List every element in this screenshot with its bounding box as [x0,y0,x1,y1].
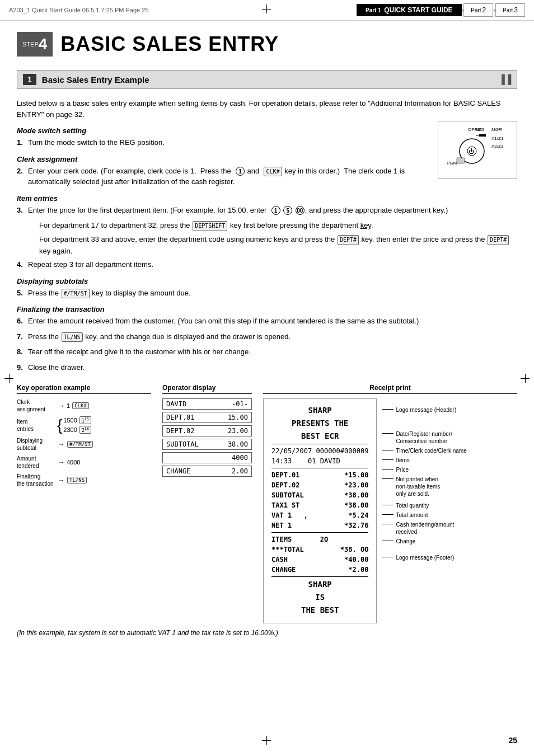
annot-date-reg: Date/Register number/Consecutive number [382,430,517,445]
op-display-title: Operator display [162,384,252,394]
receipt-div-4 [271,576,368,577]
receipt-date: 22/05/2007 000000#000009 [271,446,368,456]
deptshift-key: DEPTSHIFT [193,221,227,231]
svg-text:⏻: ⏻ [469,148,474,154]
display-row-5: CHANGE2.00 [162,466,252,477]
receipt-header-line3: BEST ECR [271,430,368,442]
tab-part2[interactable]: Part2 [463,3,493,17]
step-2: 2. Enter your clerk code. (For example, … [17,166,517,187]
annot-total-amount: Total amount [382,511,517,519]
annot-logo-header: Logo message (Header) [382,406,517,414]
receipt-section: Receipt print SHARP PRESENTS THE BEST EC… [263,384,517,623]
key-dept2: 218 [79,426,91,434]
key-clk: CLK# [72,402,89,409]
step-9: 9. Close the drawer. [17,362,517,373]
key-dept1: 115 [79,416,91,424]
step-7: 7. Press the TL/NS key, and the change d… [17,331,517,342]
header-meta: A203_1 Quick Start Guide 06.5.1 7:25 PM … [9,7,149,13]
dept-key2: DEPT# [488,235,509,245]
header-tabs: Part 1 QUICK START GUIDE › Part2 › Part3 [357,3,525,17]
section-title: Basic Sales Entry Example [42,75,149,84]
receipt-time: 14:33 01 DAVID [271,456,368,466]
key-tlns: TL/NS [67,477,87,483]
annot-total-qty: Total quantity [382,502,517,509]
clk-key: CLK# [264,167,282,176]
key-op-items: Itementries { 1500 115 2300 218 [17,416,151,433]
key-op-amount: Amounttendered → 4000 [17,455,151,469]
receipt-annotations: Logo message (Header) Date/Register numb… [382,398,517,564]
display-row-1: DEPT.0115.00 [162,412,252,423]
receipt-total: ***TOTAL *38. OO [271,544,368,555]
main-content: STEP 4 BASIC SALES ENTRY 1 Basic Sales E… [0,21,534,648]
annot-price: Price [382,466,517,473]
annot-time-clerk: Time/Clerk code/Clerk name [382,447,517,454]
receipt-footer-line2: IS [271,591,368,603]
key-1-circle: 1 [236,167,245,176]
operator-display: Operator display DAVID-01- DEPT.0115.00 … [162,384,252,479]
svg-text:MGR: MGR [491,127,502,132]
receipt-subtotal: SUBTOTAL *38.00 [271,490,368,500]
step-title: BASIC SALES ENTRY [60,32,279,56]
step-1: 1. Turn the mode switch to the REG posit… [17,137,517,148]
step-5: 5. Press the #/TM/ST key to display the … [17,288,517,299]
receipt-tax1st: TAX1 ST *38.00 [271,500,368,510]
receipt-dept02: DEPT.02 *23.00 [271,480,368,490]
receipt-cash: CASH *40.00 [271,555,368,565]
dept-note-2: For department 33 and above, enter the d… [17,234,517,257]
receipt-div-1 [271,444,368,444]
key-op-subtotal: Displayingsubtotal → #/TM/ST [17,437,151,452]
key-operation: Key operation example Clerkassignment → … [17,384,151,490]
key-op-finalize: Finalizingthe transaction → TL/NS [17,473,151,487]
receipt-footer-line1: SHARP [271,579,368,590]
svg-rect-11 [457,158,465,163]
receipt-dept01: DEPT.01 *15.00 [271,470,368,480]
key-op-title: Key operation example [17,384,151,394]
svg-text:OPX/Z: OPX/Z [468,127,481,132]
receipt-div-3 [271,532,368,533]
brace-symbol: { [57,417,62,433]
receipt-change: CHANGE *2.00 [271,565,368,575]
display-row-4: 4000 [162,452,252,463]
annot-logo-footer: Logo message (Footer) [382,554,517,561]
item-entries-title: Item entries [17,194,517,203]
annot-cash-tender: Cash tendering/amountreceived [382,521,517,536]
step-box: STEP 4 [17,32,53,57]
step-6: 6. Enter the amount received from the cu… [17,316,517,327]
receipt-title: Receipt print [263,384,517,394]
step-header: STEP 4 BASIC SALES ENTRY [17,32,517,57]
intro-text: Listed below is a basic sales entry exam… [17,98,517,120]
finalizing-title: Finalizing the transaction [17,305,517,313]
section-icon: ▐▐ [498,74,511,84]
display-row-0: DAVID-01- [162,398,252,410]
bottom-section: Key operation example Clerkassignment → … [17,384,517,623]
receipt-items-qty: ITEMS 2Q [271,534,368,544]
htm-st-key: #/TM/ST [62,289,90,298]
receipt-header-line2: PRESENTS THE [271,417,368,429]
receipt-header-line1: SHARP [271,405,368,416]
page-number: 25 [508,736,517,745]
annot-items: Items [382,457,517,464]
tab-part3[interactable]: Part3 [495,3,525,17]
receipt-vat1: VAT 1 , *5.24 [271,510,368,520]
annot-not-printed: Not printed whennon-taxable itemsonly ar… [382,476,517,497]
display-row-3: SUBTOTAL38.00 [162,439,252,450]
bottom-note: (In this example, tax system is set to a… [17,629,517,637]
key-htm: #/TM/ST [67,441,93,448]
step-4: 4. Repeat step 3 for all department item… [17,259,517,270]
section-number: 1 [23,74,36,85]
section-header: 1 Basic Sales Entry Example ▐▐ [17,70,517,89]
subtotals-title: Displaying subtotals [17,277,517,285]
step-3: 3. Enter the price for the first departm… [17,205,517,216]
key-op-clerk: Clerkassignment → 1 CLK# [17,398,151,413]
receipt-footer-line3: THE BEST [271,604,368,616]
display-row-2: DEPT.0223.00 [162,425,252,436]
dept-key: DEPT# [338,235,359,245]
annot-change: Change [382,538,517,545]
receipt-net1: NET 1 *32.76 [271,520,368,530]
tab-part1-active: Part 1 QUICK START GUIDE [357,4,462,16]
receipt-paper: SHARP PRESENTS THE BEST ECR 22/05/2007 0… [263,398,377,623]
tlns-key: TL/NS [62,332,83,342]
svg-marker-8 [479,134,486,137]
step-8: 8. Tear off the receipt and give it to t… [17,346,517,358]
dept-note-1: For department 17 to department 32, pres… [17,220,517,232]
